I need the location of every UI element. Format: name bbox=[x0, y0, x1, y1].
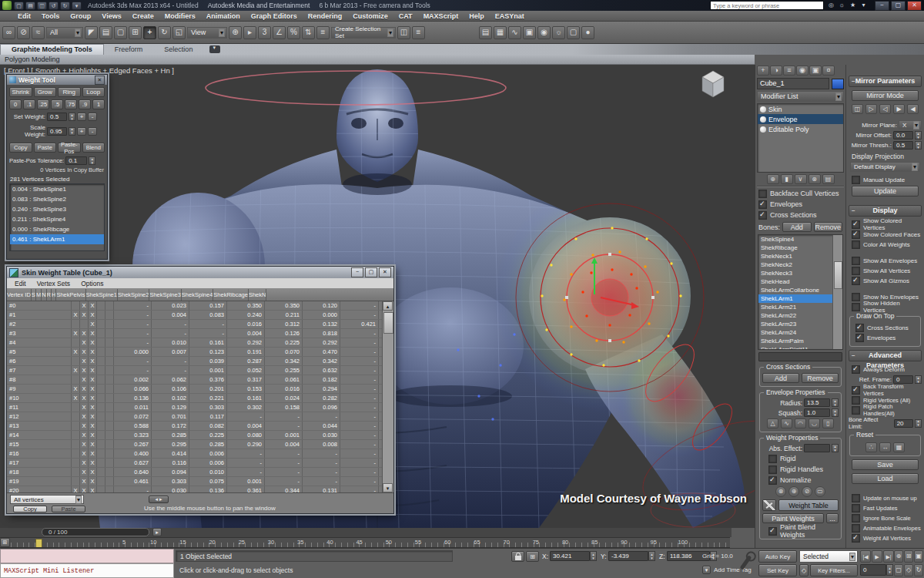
falloff-icon[interactable]: ∿ bbox=[781, 418, 792, 428]
save-button[interactable]: Save bbox=[852, 459, 919, 470]
weight-list-item[interactable]: 0.000 : ShekRibcage bbox=[10, 224, 104, 234]
table-row[interactable]: #15 X X 0.267 0.295 0.285 0.290 0.004 0.… bbox=[7, 440, 393, 449]
bone-list-item[interactable]: ShekLArm21 bbox=[758, 303, 842, 311]
column-header[interactable]: ShekPelvis bbox=[56, 289, 85, 301]
display-checkbox[interactable]: Color All Weights bbox=[852, 240, 922, 249]
weight-preset-button[interactable]: 1 bbox=[92, 99, 105, 109]
weight-list-item[interactable]: 0.461 : ShekLArm1 bbox=[10, 234, 104, 244]
modifier-stack-item[interactable]: Skin bbox=[758, 104, 843, 114]
bone-list-item[interactable]: ShekNeck1 bbox=[758, 252, 842, 260]
bone-limit-field[interactable]: 20 bbox=[894, 419, 914, 428]
show-end-result-icon[interactable]: ▮ bbox=[781, 174, 793, 184]
communication-center-icon[interactable]: ☼ bbox=[837, 2, 847, 10]
zoom-extents-icon[interactable]: ▣ bbox=[914, 550, 923, 563]
favorites-icon[interactable]: ★ bbox=[848, 2, 858, 10]
help-menu-icon[interactable]: ▾ bbox=[859, 2, 869, 10]
column-header[interactable]: Vertex ID bbox=[7, 289, 32, 301]
page-buttons[interactable]: ◂ ▸ bbox=[149, 496, 169, 503]
save-file-icon[interactable]: ◫ bbox=[37, 2, 47, 10]
display-tab[interactable]: ▣ bbox=[809, 66, 822, 76]
go-to-start-button[interactable]: |◀ bbox=[860, 550, 871, 563]
quick-access-menu-icon[interactable]: ▾ bbox=[72, 2, 82, 10]
frame-indicator[interactable]: 0 / 100 bbox=[42, 528, 149, 536]
paste-blue-to-green-bones-icon[interactable]: ◁ bbox=[879, 104, 891, 114]
table-row[interactable]: #3 X X X - - - 0.004 0.126 0.818 - bbox=[7, 329, 393, 338]
selection-region-icon[interactable]: ▢ bbox=[114, 26, 127, 39]
weight-list-item[interactable]: 0.240 : ShekSpine3 bbox=[10, 204, 104, 214]
advanced-checkbox[interactable]: Fast Updates bbox=[852, 503, 922, 512]
bind-to-space-warp-icon[interactable]: ≈ bbox=[32, 26, 45, 39]
y-coordinate-field[interactable]: -3.439 bbox=[608, 551, 648, 561]
utilities-tab[interactable]: ¤ bbox=[822, 66, 835, 76]
scale-weight-spinner[interactable] bbox=[69, 127, 75, 136]
use-pivot-point-center-icon[interactable]: ⊕ bbox=[229, 26, 242, 39]
table-row[interactable]: #10 X X X 0.136 0.102 0.221 0.161 0.024 … bbox=[7, 394, 393, 403]
x-spinner[interactable] bbox=[590, 551, 597, 561]
table-row[interactable]: #17 X X 0.627 0.116 0.006 - - - - bbox=[7, 459, 393, 468]
play-button[interactable]: ▶ bbox=[872, 550, 882, 563]
ribbon-tab[interactable]: Freeform bbox=[104, 45, 154, 55]
percent-snap-icon[interactable]: % bbox=[287, 26, 300, 39]
absolute-effect-icon[interactable]: △ bbox=[767, 418, 778, 428]
selection-set-dropdown[interactable]: Selected bbox=[799, 550, 858, 563]
table-row[interactable]: #2 X - - - 0.016 0.312 0.132 0.421 bbox=[7, 320, 393, 329]
close-icon[interactable] bbox=[95, 76, 105, 85]
bone-list-item[interactable]: ShekLArm23 bbox=[758, 320, 842, 328]
y-spinner[interactable] bbox=[648, 551, 655, 561]
bone-limit-spinner[interactable] bbox=[915, 419, 922, 428]
current-frame-field[interactable]: 0 bbox=[860, 564, 886, 576]
menu-item[interactable]: Modifiers bbox=[159, 12, 201, 20]
menu-item[interactable]: MAXScript bbox=[418, 12, 464, 20]
mirror-paste-icon[interactable]: ◫ bbox=[852, 104, 863, 114]
table-row[interactable]: #19 X X 0.461 0.303 0.075 0.001 - - - bbox=[7, 477, 393, 486]
mirror-mode-button[interactable]: Mirror Mode bbox=[852, 90, 919, 101]
restore-window-button[interactable]: ▢ bbox=[365, 267, 377, 277]
close-window-button[interactable]: ✕ bbox=[379, 267, 391, 277]
weight-tool-button[interactable]: Ring bbox=[58, 87, 81, 97]
weight-preset-button[interactable]: .75 bbox=[65, 99, 77, 109]
selection-lock-icon[interactable] bbox=[511, 551, 524, 562]
orbit-icon[interactable]: ↻ bbox=[914, 564, 923, 576]
restore-window-button[interactable]: ▢ bbox=[891, 1, 906, 11]
mirror-parameters-rollout[interactable]: Mirror Parameters bbox=[849, 76, 922, 87]
checkbox-box[interactable] bbox=[758, 190, 767, 198]
modifier-stack-item[interactable]: Editable Poly bbox=[758, 124, 843, 134]
weight-prop-checkbox[interactable]: Normalize bbox=[768, 476, 837, 485]
skin-display-checkbox[interactable]: Envelopes bbox=[758, 200, 842, 209]
rendered-frame-icon[interactable]: ▢ bbox=[567, 26, 580, 39]
table-row[interactable]: #7 X X X - - 0.001 0.052 0.255 0.632 - bbox=[7, 366, 393, 375]
table-row[interactable]: #8 X X 0.002 0.062 0.376 0.317 0.061 0.1… bbox=[7, 375, 393, 385]
column-header[interactable]: ShekN bbox=[249, 289, 267, 301]
paste-green-to-blue-verts-icon[interactable]: ▶ bbox=[893, 104, 905, 114]
select-and-link-icon[interactable]: ∞ bbox=[2, 26, 15, 39]
listener-macro-area[interactable] bbox=[0, 549, 174, 563]
ribbon-panel-strip[interactable]: Polygon Modeling bbox=[0, 55, 755, 65]
zoom-icon[interactable]: ⊕ bbox=[894, 550, 903, 563]
mirror-offset-field[interactable]: 0.0 bbox=[893, 131, 913, 139]
mirror-icon[interactable]: ◫ bbox=[397, 26, 410, 39]
select-and-scale-icon[interactable]: ◱ bbox=[172, 26, 186, 39]
bone-list-item[interactable]: ShekLArmCollarbone bbox=[758, 286, 842, 294]
paint-options-button[interactable]: ... bbox=[826, 513, 839, 523]
select-by-name-icon[interactable]: ▤ bbox=[99, 26, 112, 39]
undo-icon[interactable]: ↺ bbox=[49, 2, 59, 10]
infocenter-search-input[interactable] bbox=[710, 1, 824, 10]
unlink-selection-icon[interactable]: ⊘ bbox=[17, 26, 30, 39]
column-header[interactable]: ShekSpine4 bbox=[182, 289, 213, 301]
paint-weights-button[interactable]: Paint Weights bbox=[762, 513, 824, 523]
bone-list-item[interactable]: ShekSpine4 bbox=[758, 235, 842, 244]
set-weight-field[interactable]: 0.5 bbox=[47, 113, 67, 121]
time-slider[interactable]: ⊞ 51015202530354045505560657075808590951… bbox=[0, 537, 730, 548]
draw-on-top-checkbox[interactable]: Envelopes bbox=[855, 333, 918, 342]
maxscript-mini-listener[interactable]: MAXScript Mini Listener bbox=[0, 563, 174, 578]
display-rollout[interactable]: Display bbox=[849, 205, 922, 217]
ribbon-tab[interactable]: Graphite Modeling Tools bbox=[0, 44, 104, 55]
remove-bone-button[interactable]: Remove bbox=[814, 222, 842, 232]
remove-modifier-icon[interactable]: ⊗ bbox=[808, 174, 821, 184]
wrench-icon[interactable] bbox=[762, 499, 776, 511]
redo-icon[interactable]: ↻ bbox=[60, 2, 70, 10]
zoom-region-icon[interactable]: ▢ bbox=[894, 564, 903, 576]
weight-plus-button[interactable]: + bbox=[77, 113, 86, 121]
table-row[interactable]: #9 X X X 0.066 0.106 0.201 0.153 0.016 0… bbox=[7, 385, 393, 394]
add-bone-button[interactable]: Add bbox=[782, 222, 811, 232]
